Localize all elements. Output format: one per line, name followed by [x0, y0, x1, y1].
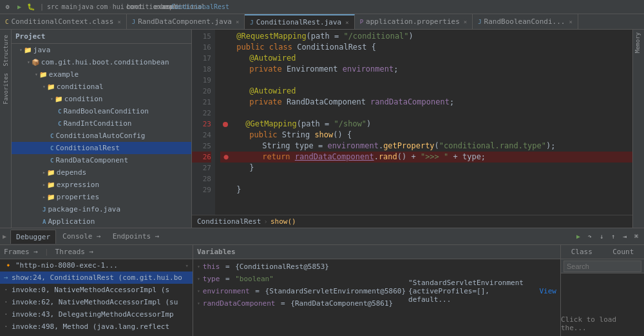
frame-invoke62[interactable]: · invoke:62, NativeMethodAccessorImpl (s…	[0, 296, 193, 308]
close-icon[interactable]: ×	[345, 19, 348, 26]
java-icon: C	[50, 145, 53, 152]
project-icon[interactable]: ⚙	[3, 2, 13, 12]
top-toolbar: ⚙ ▶ 🐛 | src › main › java › com › hui › …	[0, 0, 644, 14]
frame-icon: ·	[4, 286, 12, 294]
code-line-15: @RequestMapping(path = "/conditional")	[220, 31, 632, 42]
prop-file-icon: P	[360, 19, 363, 25]
tab-conditionalcontext[interactable]: C ConditionalContext.class ×	[0, 14, 127, 30]
breadcrumb-method[interactable]: show()	[270, 217, 296, 226]
tab-conditionalrest[interactable]: J ConditionalRest.java ×	[245, 14, 354, 30]
favorites-tab[interactable]: Favorites	[1, 70, 10, 107]
tree-item-randboolean[interactable]: C RandBooleanCondition	[12, 105, 191, 117]
code-line-16: public class ConditionalRest {	[220, 42, 632, 53]
debug-tab-debugger[interactable]: Debugger	[10, 230, 56, 244]
breadcrumb-separator: ›	[263, 217, 268, 226]
threads-label[interactable]: Threads →	[55, 248, 94, 256]
expand-arrow: ▾	[19, 47, 23, 53]
tree-item-java[interactable]: ▾ 📁 java	[12, 44, 191, 56]
expand-arrow: ▾	[50, 96, 53, 102]
close-icon[interactable]: ×	[569, 19, 572, 25]
debug-tab-console[interactable]: Console →	[57, 230, 106, 244]
code-line-20: @Autowired	[220, 86, 632, 97]
com-tab[interactable]: com	[97, 2, 107, 12]
step-into-icon[interactable]: ↓	[596, 232, 607, 242]
step-out-icon[interactable]: ↑	[608, 232, 618, 242]
debug-run-icon[interactable]: ▶	[3, 233, 6, 240]
folder-icon: 📁	[47, 181, 55, 188]
tab-randdatacomponent[interactable]: J RandDataComponent.java ×	[127, 14, 245, 30]
frame-icon: ·	[4, 298, 12, 306]
code-line-18: private Environment environment;	[220, 64, 632, 75]
debug-toolbar: ▶ Debugger Console → Endpoints → ▶ ↷ ↓ ↑…	[0, 228, 644, 245]
tree-item-label: package-info.java	[48, 205, 120, 213]
breadcrumb-bar: ConditionalRest › show()	[192, 215, 632, 228]
java-icon: A	[43, 219, 46, 225]
click-to-load-label: Click to load the...	[561, 315, 644, 332]
step-over-icon[interactable]: ↷	[585, 232, 595, 242]
folder-icon: 📁	[47, 83, 55, 90]
tab-label: application.properties	[366, 17, 460, 26]
java-tab[interactable]: java	[80, 2, 91, 12]
run-to-cursor-icon[interactable]: ⇥	[620, 232, 630, 242]
java-file-icon: J	[132, 19, 135, 25]
expand-arrow: ▾	[197, 264, 200, 270]
src-tab[interactable]: src	[48, 2, 58, 12]
frames-label[interactable]: Frames →	[4, 248, 38, 256]
frame-invoke498[interactable]: · invoke:498, Method (java.lang.reflect	[0, 321, 193, 333]
memory-search[interactable]	[561, 259, 644, 273]
tree-item-label: condition	[64, 95, 103, 103]
tree-item-package[interactable]: ▾ 📦 com.git.hui.boot.conditionbean	[12, 56, 191, 68]
tree-item-conditionalrest[interactable]: C ConditionalRest	[12, 142, 191, 154]
tree-item-example[interactable]: ▾ 📁 example	[12, 68, 191, 81]
close-icon[interactable]: ×	[464, 19, 467, 25]
tree-item-conditional[interactable]: ▾ 📁 conditional	[12, 81, 191, 93]
thread-http-item[interactable]: 🔸 "http-nio-8080-exec-1... ▾	[0, 259, 193, 272]
evaluate-icon[interactable]: ⌘	[631, 232, 641, 242]
var-this[interactable]: ▾ this = {ConditionalRest@5853}	[193, 261, 560, 273]
tab-label: RandBooleanCondi...	[484, 17, 565, 26]
debug-tab-label: Console →	[62, 232, 101, 241]
tree-item-condition[interactable]: ▾ 📁 condition	[12, 93, 191, 105]
frame-show[interactable]: → show:24, ConditionalRest (com.git.hui.…	[0, 272, 193, 284]
code-line-19	[220, 75, 632, 86]
code-line-26: ● return randDataComponent.rand() + ">>>…	[220, 152, 632, 163]
frame-invoke0[interactable]: · invoke:0, NativeMethodAccessorImpl (s	[0, 284, 193, 296]
close-icon[interactable]: ×	[236, 19, 239, 25]
breadcrumb-class[interactable]: ConditionalRest	[197, 217, 261, 226]
debug-panel: ▶ Debugger Console → Endpoints → ▶ ↷ ↓ ↑…	[0, 228, 644, 336]
resume-icon[interactable]: ▶	[573, 232, 583, 242]
project-label: Project	[15, 32, 45, 41]
code-content[interactable]: 15 16 17 18 19 20 21 22 23 24 25 26 27 2…	[192, 30, 632, 215]
tree-item-depends[interactable]: ▸ 📁 depends	[12, 166, 191, 179]
frame-invoke43[interactable]: · invoke:43, DelegatingMethodAccessorImp	[0, 308, 193, 321]
click-to-load[interactable]: Click to load the...	[561, 273, 644, 336]
tree-item-application[interactable]: A Application	[12, 215, 191, 228]
main-tab[interactable]: main	[64, 2, 74, 12]
conditionalrest-tab[interactable]: ConditionalRest	[195, 2, 205, 12]
tree-item-randdatacomp[interactable]: C RandDataComponent	[12, 154, 191, 166]
line-numbers: 15 16 17 18 19 20 21 22 23 24 25 26 27 2…	[192, 30, 215, 215]
search-input[interactable]	[564, 261, 641, 272]
tree-item-expression[interactable]: ▸ 📁 expression	[12, 179, 191, 191]
tab-applicationproperties[interactable]: P application.properties ×	[355, 14, 473, 30]
structure-tab[interactable]: Structure	[1, 32, 10, 69]
tab-randbooleancondition[interactable]: J RandBooleanCondi... ×	[473, 14, 578, 30]
debug-icon[interactable]: 🐛	[26, 2, 36, 12]
tree-item-properties[interactable]: ▸ 📁 properties	[12, 191, 191, 203]
tree-item-packageinfo[interactable]: J package-info.java	[12, 203, 191, 215]
run-icon[interactable]: ▶	[14, 2, 24, 12]
expand-arrow: ▸	[43, 194, 46, 200]
debug-tab-endpoints[interactable]: Endpoints →	[108, 230, 165, 244]
tree-item-randint[interactable]: C RandIntCondition	[12, 117, 191, 130]
tree-item-label: RandBooleanCondition	[63, 107, 148, 115]
close-icon[interactable]: ×	[117, 19, 120, 25]
code-line-28	[220, 173, 632, 184]
view-link[interactable]: View	[540, 287, 557, 295]
tree-item-label: expression	[57, 181, 99, 189]
tree-item-autoconfig[interactable]: C ConditionalAutoConfig	[12, 130, 191, 142]
hui-tab[interactable]: hui	[113, 2, 124, 12]
var-environment[interactable]: ▾ environment = {StandardServletEnvironm…	[193, 285, 560, 297]
debug-right-panel: Variables ▾ this = {ConditionalRest@5853…	[193, 245, 560, 336]
left-vertical-tabs: Structure Favorites	[0, 30, 12, 228]
memory-tab[interactable]: Memory	[633, 30, 644, 56]
